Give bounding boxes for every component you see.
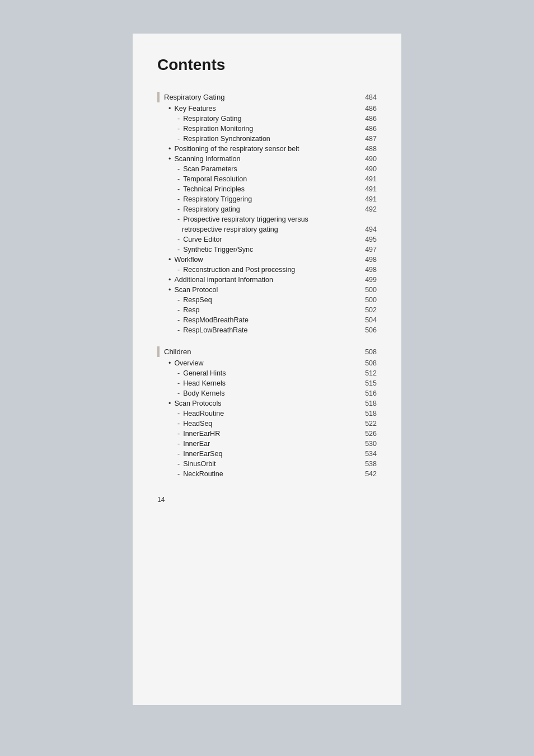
page-number: 14 bbox=[157, 496, 377, 504]
toc-level2-item: NeckRoutine542 bbox=[157, 469, 377, 479]
toc-level2-item: Respiration Synchronization487 bbox=[157, 134, 377, 144]
toc-level2-item: Respiratory Triggering491 bbox=[157, 194, 377, 204]
toc-level1-item: Scanning Information490 bbox=[157, 154, 377, 164]
toc-level1-item: Additional important Information499 bbox=[157, 275, 377, 285]
toc-level1-item: Workflow498 bbox=[157, 255, 377, 265]
toc-level2-item: Reconstruction and Post processing498 bbox=[157, 265, 377, 275]
toc-level2-item: RespLowBreathRate506 bbox=[157, 325, 377, 335]
toc-level2-item: Prospective respiratory triggering versu… bbox=[157, 214, 377, 224]
toc-level1-item: Key Features486 bbox=[157, 104, 377, 114]
toc-level1-item: Positioning of the respiratory sensor be… bbox=[157, 144, 377, 154]
toc-level2-item: InnerEar530 bbox=[157, 439, 377, 449]
toc-level2-item: Respiratory Gating486 bbox=[157, 114, 377, 124]
section-header: Respiratory Gating484 bbox=[157, 92, 377, 102]
toc-level2-item: Respiration Monitoring486 bbox=[157, 124, 377, 134]
toc-level2-item: SinusOrbit538 bbox=[157, 459, 377, 469]
toc-level1-item: Scan Protocol500 bbox=[157, 285, 377, 295]
toc-level2-item: RespModBreathRate504 bbox=[157, 315, 377, 325]
toc-level2-item: Resp502 bbox=[157, 305, 377, 315]
toc-level2-item: Temporal Resolution491 bbox=[157, 174, 377, 184]
toc-level2-item: InnerEarHR526 bbox=[157, 429, 377, 439]
toc-level1-item: Overview508 bbox=[157, 358, 377, 368]
toc-container: Respiratory Gating484Key Features486Resp… bbox=[157, 92, 377, 479]
toc-level2-item: Body Kernels516 bbox=[157, 388, 377, 398]
toc-level2-item: Scan Parameters490 bbox=[157, 164, 377, 174]
toc-level2-item: RespSeq500 bbox=[157, 295, 377, 305]
section-header: Children508 bbox=[157, 346, 377, 357]
page-title: Contents bbox=[157, 56, 377, 74]
toc-level1-item: Scan Protocols518 bbox=[157, 398, 377, 408]
toc-level2-item: Respiratory gating492 bbox=[157, 204, 377, 214]
page: Contents Respiratory Gating484Key Featur… bbox=[133, 34, 401, 705]
toc-level2-item: Technical Principles491 bbox=[157, 184, 377, 194]
toc-level2-item: Synthetic Trigger/Sync497 bbox=[157, 245, 377, 255]
toc-level2-item: General Hints512 bbox=[157, 368, 377, 378]
toc-level2-item: Curve Editor495 bbox=[157, 234, 377, 245]
toc-level2-continuation: retrospective respiratory gating494 bbox=[157, 224, 377, 234]
toc-level2-item: HeadSeq522 bbox=[157, 419, 377, 429]
toc-level2-item: Head Kernels515 bbox=[157, 378, 377, 388]
section-separator bbox=[157, 335, 377, 344]
toc-level2-item: HeadRoutine518 bbox=[157, 408, 377, 419]
toc-level2-item: InnerEarSeq534 bbox=[157, 449, 377, 459]
